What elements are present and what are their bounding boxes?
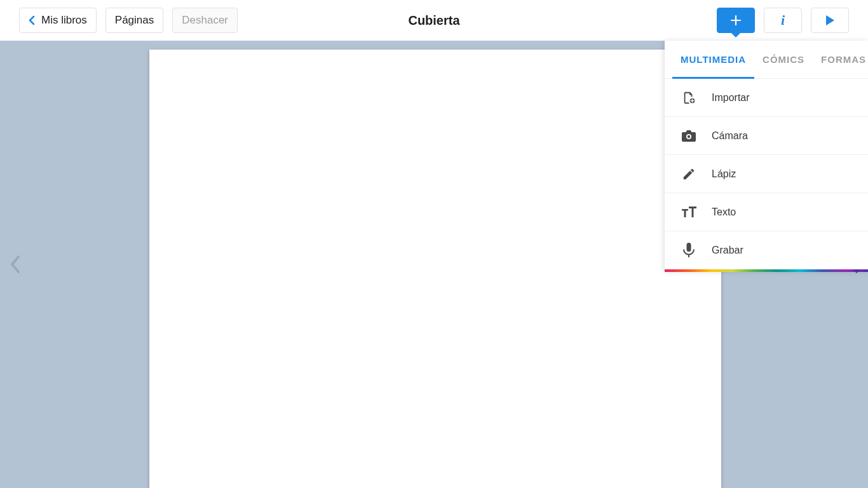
panel-tabs: MULTIMEDIA CÓMICS FORMAS	[665, 41, 868, 79]
toolbar-right-group: i	[717, 8, 849, 33]
tab-comics[interactable]: CÓMICS	[754, 41, 813, 78]
tab-multimedia-label: MULTIMEDIA	[681, 54, 746, 65]
menu-record[interactable]: Grabar	[665, 231, 868, 269]
text-icon	[680, 206, 698, 219]
previous-page-arrow	[5, 254, 25, 274]
toolbar-left-group: Mis libros Páginas Deshacer	[19, 8, 238, 33]
plus-icon	[729, 14, 742, 27]
menu-pencil[interactable]: Lápiz	[665, 155, 868, 193]
svg-point-2	[688, 135, 690, 137]
back-label: Mis libros	[41, 14, 87, 27]
pencil-icon	[680, 167, 698, 181]
add-panel: MULTIMEDIA CÓMICS FORMAS Importar Cámara…	[665, 41, 868, 272]
menu-record-label: Grabar	[712, 245, 743, 256]
top-toolbar: Mis libros Páginas Deshacer Cubierta i	[0, 0, 868, 41]
rainbow-divider	[665, 269, 868, 272]
tab-comics-label: CÓMICS	[763, 54, 804, 65]
back-my-books-button[interactable]: Mis libros	[19, 8, 97, 33]
chevron-left-icon	[29, 15, 35, 25]
microphone-icon	[680, 243, 698, 258]
tab-multimedia[interactable]: MULTIMEDIA	[672, 41, 754, 78]
undo-label: Deshacer	[182, 14, 228, 27]
play-icon	[825, 15, 835, 26]
menu-pencil-label: Lápiz	[712, 168, 736, 180]
info-button[interactable]: i	[764, 8, 802, 33]
tab-shapes-label: FORMAS	[821, 54, 866, 65]
menu-import[interactable]: Importar	[665, 79, 868, 117]
pages-button[interactable]: Páginas	[105, 8, 163, 33]
import-file-icon	[680, 91, 698, 105]
undo-button[interactable]: Deshacer	[172, 8, 238, 33]
menu-camera[interactable]: Cámara	[665, 117, 868, 155]
info-icon: i	[781, 12, 785, 29]
add-button[interactable]	[717, 8, 755, 33]
play-button[interactable]	[811, 8, 849, 33]
page-title: Cubierta	[408, 13, 459, 28]
menu-text[interactable]: Texto	[665, 193, 868, 231]
tab-shapes[interactable]: FORMAS	[813, 41, 868, 78]
pages-label: Páginas	[115, 14, 154, 27]
camera-icon	[680, 129, 698, 143]
menu-import-label: Importar	[712, 92, 750, 104]
menu-text-label: Texto	[712, 207, 736, 218]
menu-camera-label: Cámara	[712, 130, 748, 142]
cover-canvas[interactable]	[149, 50, 721, 488]
